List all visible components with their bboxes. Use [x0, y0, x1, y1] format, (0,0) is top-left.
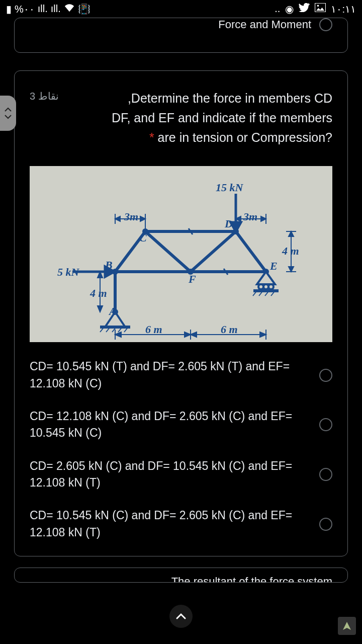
label-B: B — [105, 259, 113, 271]
corner-badge[interactable] — [338, 617, 356, 635]
label-C: C — [139, 231, 147, 244]
label-5kn: 5 kN — [57, 266, 80, 278]
battery-text: %٠٠ — [15, 3, 35, 15]
vibrate-icon: 📳 — [78, 3, 90, 15]
label-E: E — [269, 260, 278, 272]
status-dots: .. — [275, 3, 280, 15]
options-list: CD= 10.545 kN (T) and DF= 2.605 kN (T) a… — [30, 358, 332, 541]
label-D: D — [224, 217, 233, 230]
option-4-radio[interactable] — [319, 518, 332, 531]
question-card: 3 نقاط Determine the force in members CD… — [14, 70, 348, 556]
label-F: F — [188, 273, 196, 285]
option-4-text: CD= 10.545 kN (C) and DF= 2.605 kN (C) a… — [30, 507, 309, 541]
wifi-icon — [64, 3, 75, 15]
collapse-button[interactable] — [169, 605, 193, 628]
option-1[interactable]: CD= 10.545 kN (T) and DF= 2.605 kN (T) a… — [30, 358, 332, 392]
label-A: A — [108, 305, 117, 317]
twitter-icon — [299, 3, 310, 15]
question-text: 3 نقاط Determine the force in members CD… — [30, 89, 332, 147]
svg-line-8 — [145, 231, 191, 272]
stream-icon: ◉ — [285, 3, 294, 15]
picture-icon — [315, 3, 326, 15]
label-6m-r: 6 m — [221, 323, 238, 336]
clock-text: ١٠:١١ — [331, 3, 356, 15]
next-question-text: The resultant of the force system — [171, 575, 332, 583]
chevron-down-icon — [4, 114, 12, 119]
status-right: .. ◉ ١٠:١١ — [275, 3, 356, 15]
option-2-text: CD= 12.108 kN (C) and DF= 2.605 kN (C) a… — [30, 408, 309, 442]
option-2-radio[interactable] — [319, 418, 332, 431]
svg-point-1 — [317, 5, 319, 7]
option-1-text: CD= 10.545 kN (T) and DF= 2.605 kN (T) a… — [30, 358, 309, 392]
option-3[interactable]: CD= 2.605 kN (C) and DF= 10.545 kN (C) a… — [30, 458, 332, 492]
chevron-up-icon — [4, 107, 12, 112]
svg-line-5 — [236, 231, 266, 272]
next-question-card: The resultant of the force system — [14, 568, 348, 583]
option-3-text: CD= 2.605 kN (C) and DF= 10.545 kN (C) a… — [30, 458, 309, 492]
option-2[interactable]: CD= 12.108 kN (C) and DF= 2.605 kN (C) a… — [30, 408, 332, 442]
status-bar: ▮ %٠٠ ıll. ıll. 📳 .. ◉ ١٠:١١ — [0, 0, 362, 18]
chevron-up-icon — [175, 610, 187, 622]
question-line1: Determine the force in members CD, — [128, 91, 332, 105]
question-line2: DF, and EF and indicate if the members — [112, 111, 332, 125]
svg-point-24 — [268, 284, 274, 289]
prev-option-text: Force and Moment — [218, 18, 311, 31]
prev-option-radio[interactable] — [319, 18, 332, 31]
question-line3: are in tension or Compression? — [158, 130, 332, 144]
location-icon — [342, 621, 352, 631]
label-3m-r: 3m — [243, 210, 257, 223]
svg-line-9 — [191, 231, 236, 272]
points-badge: 3 نقاط — [30, 89, 59, 104]
scroll-handle[interactable] — [0, 96, 16, 131]
option-1-radio[interactable] — [319, 369, 332, 382]
truss-diagram: 15 kN 5 kN 3m 3m 4 m 4 m 6 m 6 m A B C D… — [30, 166, 332, 342]
label-6m-l: 6 m — [145, 323, 162, 336]
battery-icon: ▮ — [6, 3, 12, 15]
label-15kn: 15 kN — [216, 181, 244, 194]
status-left: ▮ %٠٠ ıll. ıll. 📳 — [6, 3, 90, 15]
signal-icon-2: ıll. — [51, 3, 61, 15]
required-asterisk: * — [149, 130, 158, 144]
label-4m-l: 4 m — [89, 287, 107, 299]
signal-icon-1: ıll. — [38, 3, 48, 15]
option-4[interactable]: CD= 10.545 kN (C) and DF= 2.605 kN (C) a… — [30, 507, 332, 541]
label-4m-r: 4 m — [282, 245, 299, 257]
option-3-radio[interactable] — [319, 468, 332, 481]
previous-question-card: Force and Moment — [14, 18, 348, 53]
label-3m-l: 3m — [124, 210, 138, 223]
